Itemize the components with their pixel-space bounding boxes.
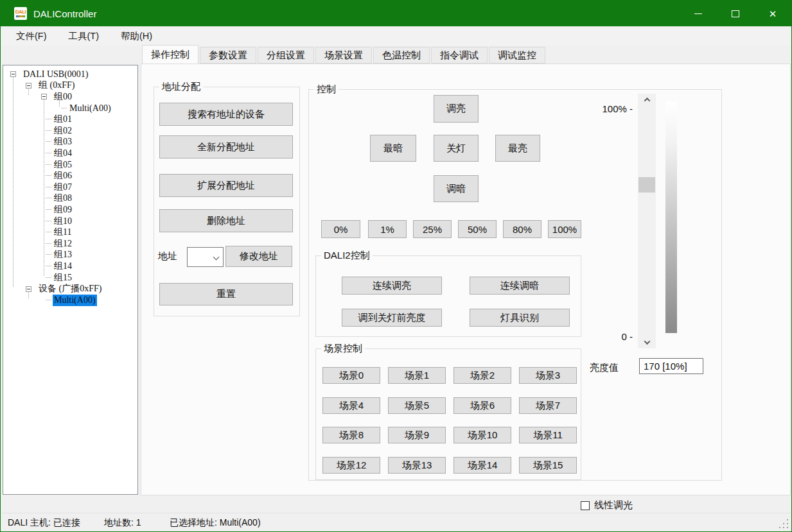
- tree-node[interactable]: 组13: [3, 249, 137, 261]
- scene-button-10[interactable]: 场景10: [453, 427, 511, 443]
- tree-node[interactable]: 组00: [3, 90, 137, 102]
- tree-node[interactable]: Multi(A00): [3, 294, 137, 305]
- scene-button-5[interactable]: 场景5: [388, 397, 446, 414]
- modify-address-button[interactable]: 修改地址: [225, 246, 292, 267]
- scene-button-13[interactable]: 场景13: [388, 457, 446, 474]
- chevron-down-icon: [213, 254, 220, 261]
- close-button[interactable]: ✕: [754, 1, 791, 26]
- dali2-button-2[interactable]: 调到关灯前亮度: [342, 309, 442, 327]
- address-button-0[interactable]: 搜索有地址的设备: [159, 103, 293, 126]
- brighten-button[interactable]: 调亮: [434, 95, 479, 123]
- tree-node[interactable]: 组05: [3, 159, 137, 170]
- tree-dotted-stub: [46, 139, 51, 142]
- scene-button-4[interactable]: 场景4: [322, 397, 380, 414]
- dali2-button-3[interactable]: 灯具识别: [470, 309, 570, 327]
- reset-button[interactable]: 重置: [159, 283, 293, 305]
- tree-node[interactable]: 组14: [3, 260, 137, 271]
- tree-expander-icon[interactable]: [26, 83, 31, 89]
- tab-4[interactable]: 色温控制: [373, 47, 430, 64]
- tree-node[interactable]: 组10: [3, 215, 137, 227]
- scene-button-9[interactable]: 场景9: [388, 427, 446, 443]
- dali2-button-1[interactable]: 连续调暗: [470, 277, 570, 295]
- address-button-3[interactable]: 删除地址: [159, 209, 293, 232]
- menu-item-2[interactable]: 帮助(H): [110, 27, 163, 46]
- percent-button-0%[interactable]: 0%: [321, 220, 360, 238]
- scene-button-3[interactable]: 场景3: [519, 367, 577, 384]
- tree-node-label: DALI USB(0001): [22, 69, 90, 80]
- menu-item-1[interactable]: 工具(T): [58, 27, 110, 46]
- minimize-icon: [694, 13, 702, 14]
- lamp-off-button[interactable]: 关灯: [434, 135, 479, 162]
- tree-node[interactable]: 组02: [3, 124, 137, 136]
- scroll-down-button[interactable]: [638, 336, 656, 348]
- percent-button-50%[interactable]: 50%: [458, 220, 497, 238]
- minimize-button[interactable]: [680, 1, 717, 26]
- tree-node[interactable]: 组04: [3, 147, 137, 159]
- scene-button-8[interactable]: 场景8: [322, 427, 380, 443]
- tree-node-label: 组 (0xFF): [37, 80, 76, 91]
- address-button-1[interactable]: 全新分配地址: [159, 135, 293, 159]
- window-controls: ✕: [680, 1, 791, 26]
- dali2-button-0[interactable]: 连续调亮: [342, 277, 442, 295]
- tab-2[interactable]: 分组设置: [258, 47, 314, 64]
- dim-button[interactable]: 调暗: [434, 175, 479, 202]
- menu-item-0[interactable]: 文件(F): [5, 27, 58, 46]
- tree-dotted-stub: [46, 207, 51, 210]
- tree-node[interactable]: Multi(A00): [3, 102, 137, 114]
- percent-button-100%[interactable]: 100%: [548, 220, 581, 238]
- tree-node-label: 组02: [53, 125, 73, 137]
- tree-node-label: 组14: [53, 261, 73, 272]
- scene-button-2[interactable]: 场景2: [453, 367, 511, 384]
- tree-node[interactable]: 组11: [3, 226, 137, 237]
- scene-button-0[interactable]: 场景0: [322, 367, 380, 384]
- scene-button-7[interactable]: 场景7: [519, 397, 577, 414]
- max-brightness-button[interactable]: 最亮: [495, 135, 540, 162]
- scroll-up-button[interactable]: [638, 94, 656, 106]
- tree-expander-icon[interactable]: [10, 71, 16, 77]
- tree-node[interactable]: 组09: [3, 203, 137, 215]
- tree-expander-icon[interactable]: [26, 286, 31, 292]
- scene-button-1[interactable]: 场景1: [388, 367, 446, 384]
- address-combobox[interactable]: [187, 247, 224, 267]
- scene-button-15[interactable]: 场景15: [519, 457, 577, 474]
- percent-button-1%[interactable]: 1%: [368, 220, 407, 238]
- brightness-value-field[interactable]: 170 [10%]: [639, 358, 703, 374]
- scene-button-12[interactable]: 场景12: [322, 457, 380, 474]
- tree-node[interactable]: 组07: [3, 181, 137, 193]
- min-brightness-button[interactable]: 最暗: [370, 135, 416, 162]
- tab-1[interactable]: 参数设置: [200, 47, 256, 64]
- tab-0[interactable]: 操作控制: [142, 45, 198, 64]
- address-button-2[interactable]: 扩展分配地址: [159, 174, 293, 197]
- tree-node[interactable]: 组08: [3, 193, 137, 204]
- tree-node[interactable]: 组03: [3, 136, 137, 148]
- scene-button-6[interactable]: 场景6: [453, 397, 511, 414]
- tree-node[interactable]: 组12: [3, 237, 137, 249]
- brightness-scrollbar[interactable]: [638, 94, 656, 348]
- address-label: 地址: [158, 250, 177, 262]
- resize-grip[interactable]: [779, 519, 788, 528]
- tree-node[interactable]: 设备 (广播0xFF): [3, 282, 137, 294]
- app-icon: DALI: [14, 7, 27, 20]
- tab-6[interactable]: 调试监控: [489, 47, 545, 64]
- scene-button-11[interactable]: 场景11: [519, 427, 577, 443]
- scene-button-14[interactable]: 场景14: [453, 457, 511, 474]
- percent-button-25%[interactable]: 25%: [413, 220, 452, 238]
- tree-expander-icon[interactable]: [41, 94, 47, 99]
- tree-node[interactable]: 组 (0xFF): [3, 80, 137, 91]
- address-group-title: 地址分配: [159, 81, 203, 93]
- scene-group-title: 场景控制: [321, 343, 365, 355]
- tree-node-label: 组01: [53, 114, 73, 125]
- maximize-button[interactable]: [717, 1, 754, 26]
- tree-node[interactable]: 组06: [3, 169, 137, 181]
- tree-node[interactable]: 组01: [3, 113, 137, 124]
- linear-dimming-checkbox[interactable]: [581, 501, 590, 510]
- tab-5[interactable]: 指令调试: [431, 47, 488, 64]
- tree-node[interactable]: 组15: [3, 271, 137, 283]
- percent-button-80%[interactable]: 80%: [503, 220, 541, 238]
- tab-3[interactable]: 场景设置: [315, 47, 372, 64]
- scrollbar-thumb[interactable]: [638, 177, 655, 193]
- tree-node[interactable]: DALI USB(0001): [3, 68, 137, 80]
- app-icon-bar: [16, 15, 25, 17]
- tree-dotted-stub: [46, 264, 51, 266]
- tree-dotted-stub: [46, 252, 51, 255]
